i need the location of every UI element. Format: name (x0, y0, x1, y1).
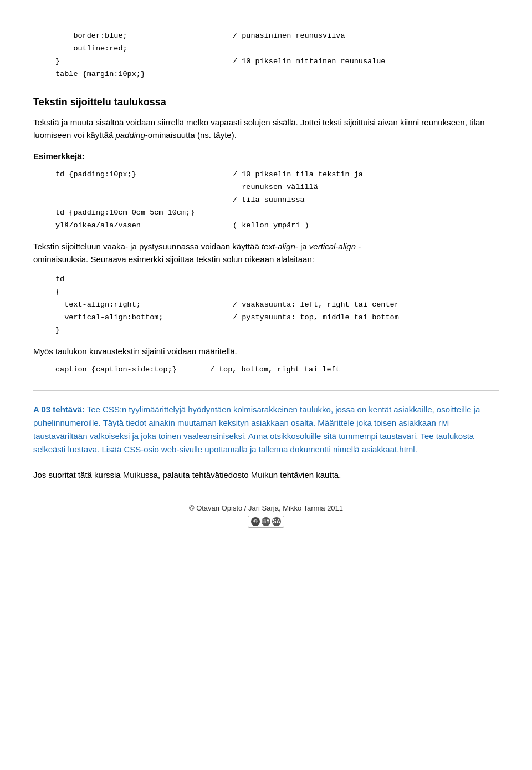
section3-paragraph: Myös taulukon kuvaustekstin sijainti voi… (33, 345, 499, 358)
code-block-2-right: / vaakasuunta: left, right tai center / … (233, 273, 399, 337)
assignment-block: A 03 tehtävä: Tee CSS:n tyylimäärittelyj… (33, 403, 499, 456)
cc-badge: © BY SA (248, 516, 284, 528)
code-block-2: td { text-align:right; vertical-align:bo… (55, 273, 499, 337)
caption-code-left: caption {caption-side:top;} (55, 365, 177, 374)
examples-label: Esimerkkejä: (33, 151, 499, 161)
cc-icon: © (251, 517, 260, 526)
divider (33, 390, 499, 391)
section1-para-text1: Tekstiä ja muuta sisältöä voidaan siirre… (33, 118, 485, 140)
section1-para-em: padding (115, 130, 145, 140)
section2-para-em1: text-align (262, 242, 295, 251)
intro-code-block: border:blue; outline:red; } table {margi… (33, 30, 499, 81)
section1-paragraph: Tekstiä ja muuta sisältöä voidaan siirre… (33, 116, 499, 142)
footer: © Otavan Opisto / Jari Sarja, Mikko Tarm… (33, 504, 499, 528)
section2-para-em2: vertical-align (309, 242, 356, 251)
caption-code-right: / top, bottom, right tai left (210, 365, 340, 374)
caption-code-block: caption {caption-side:top;} / top, botto… (55, 365, 499, 374)
section2-para-text2: - ja (295, 242, 309, 251)
intro-code-left: border:blue; outline:red; } table {margi… (55, 30, 233, 81)
examples-code-right: / 10 pikselin tila tekstin ja reunuksen … (233, 169, 363, 232)
section2-paragraph: Tekstin sijoitteluun vaaka- ja pystysuun… (33, 240, 499, 266)
code-block-2-left: td { text-align:right; vertical-align:bo… (55, 273, 233, 337)
assignment-label: A 03 tehtävä: (33, 405, 85, 414)
cc-sa-icon: SA (272, 517, 281, 526)
assignment-text: A 03 tehtävä: Tee CSS:n tyylimäärittelyj… (33, 403, 499, 456)
section1-para-text2: -ominaisuutta (ns. täyte). (145, 130, 237, 140)
footer-text: © Otavan Opisto / Jari Sarja, Mikko Tarm… (189, 504, 343, 512)
examples-code-block: td {padding:10px;} td {padding:10cm 0cm … (55, 169, 499, 232)
intro-code-right: / punasininen reunusviiva / 10 pikselin … (233, 30, 385, 81)
section1-heading: Tekstin sijoittelu taulukossa (33, 96, 499, 108)
assignment-body: Tee CSS:n tyylimäärittelyjä hyödyntäen k… (33, 405, 480, 454)
final-paragraph: Jos suoritat tätä kurssia Muikussa, pala… (33, 468, 499, 481)
cc-by-icon: BY (262, 517, 270, 526)
examples-code-left: td {padding:10px;} td {padding:10cm 0cm … (55, 169, 233, 232)
section2-para-text1: Tekstin sijoitteluun vaaka- ja pystysuun… (33, 242, 262, 251)
